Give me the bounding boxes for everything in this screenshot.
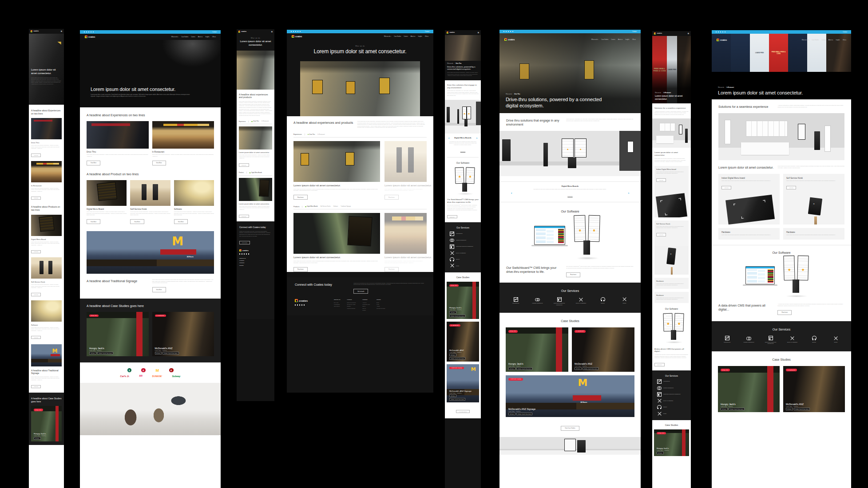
product-card-hardware[interactable]: Hardware Lorem ipsum dolor sit amet cons… bbox=[654, 292, 689, 303]
read-more-button[interactable]: Read more bbox=[777, 310, 792, 315]
coates-logo[interactable]: coates bbox=[447, 31, 455, 33]
read-more-button[interactable]: Read more bbox=[384, 267, 399, 272]
products-carousel[interactable]: Lorem ipsum dolor sit amet consectetur. … bbox=[293, 213, 427, 272]
case-study-card[interactable]: Drive Thru Hungry Jack'sClient Name / In… bbox=[506, 327, 568, 372]
youtube-icon[interactable] bbox=[512, 31, 513, 32]
carousel-next-icon[interactable]: › bbox=[628, 192, 629, 195]
youtube-icon[interactable] bbox=[248, 253, 249, 254]
twitter-icon[interactable] bbox=[510, 31, 511, 32]
case-study-card[interactable]: Drive Thru Hungry Jack's Client Name / I… bbox=[31, 406, 62, 441]
artboard-desktop-drive-thru[interactable]: Contact coates What we do▾ Case Studies … bbox=[499, 30, 641, 488]
view-more-button[interactable]: View More bbox=[174, 219, 188, 224]
artboard-mobile-home[interactable]: coates ≡ Lorem ipsum dolor sit amet cons… bbox=[29, 29, 64, 488]
coates-logo[interactable]: coates bbox=[85, 35, 95, 38]
artboard-mobile-in-restaurant[interactable]: coates ≡ FREE SMALL FRIES & COKE LOADED … bbox=[652, 31, 691, 488]
nav-case-studies[interactable]: Case Studies bbox=[812, 39, 819, 41]
read-more-button[interactable]: Read more bbox=[566, 272, 580, 277]
tab-in-restaurant[interactable]: In Restaurant bbox=[317, 134, 325, 135]
product-card-hardware[interactable]: Hardware Lorem ipsum dolor sit amet cons… bbox=[783, 228, 844, 240]
get-in-touch-button[interactable]: Get in touch bbox=[239, 241, 250, 244]
nav-insights[interactable]: Insights bbox=[418, 36, 422, 37]
nav-offices[interactable]: Offices bbox=[212, 36, 216, 38]
view-more-button[interactable]: View More bbox=[87, 219, 100, 224]
linkedin-icon[interactable] bbox=[291, 31, 292, 32]
artboard-desktop-what-we-do[interactable]: Contact coates What we do▾ Case Studies … bbox=[287, 30, 433, 393]
breadcrumb[interactable]: What we do/In Restaurant bbox=[718, 87, 849, 88]
coates-logo[interactable]: coates bbox=[31, 30, 39, 32]
hamburger-icon[interactable]: ≡ bbox=[61, 30, 62, 33]
coates-logo[interactable]: coates bbox=[654, 32, 662, 34]
product-card-indoor-menu-board[interactable]: Indoor Digital Menu board Lorem ipsum do… bbox=[654, 166, 689, 217]
instagram-icon[interactable] bbox=[242, 253, 242, 254]
view-more-button[interactable]: View More bbox=[31, 250, 41, 254]
tab-self-service-kiosks[interactable]: Self-Service Kiosks bbox=[320, 206, 330, 207]
nav-offices[interactable]: Offices bbox=[843, 39, 846, 41]
twitter-icon[interactable] bbox=[246, 253, 247, 254]
tab-software[interactable]: Software bbox=[333, 206, 338, 207]
product-card-hardware[interactable]: Hardware Lorem ipsum dolor sit amet cons… bbox=[718, 228, 780, 240]
case-study-card[interactable]: Drive Thru Hungry Jack'sClient Name / In… bbox=[718, 366, 780, 412]
footer-link[interactable]: Traditional Signage bbox=[347, 307, 356, 309]
nav-about-us[interactable]: About us bbox=[618, 39, 623, 40]
hamburger-icon[interactable]: ≡ bbox=[478, 31, 479, 34]
read-more-link[interactable]: Read more bbox=[460, 151, 465, 152]
nav-what-we-do[interactable]: What we do▾ bbox=[171, 36, 178, 38]
nav-about-us[interactable]: About us bbox=[411, 36, 416, 37]
nav-insights[interactable]: Insights bbox=[205, 36, 209, 38]
view-case-studies-button[interactable]: View Case Studies bbox=[456, 410, 469, 413]
case-study-card[interactable]: Drive Thru Hungry Jack'sClient Name / In… bbox=[87, 312, 149, 356]
youtube-icon[interactable] bbox=[300, 31, 301, 32]
youtube-icon[interactable] bbox=[304, 304, 305, 305]
twitter-icon[interactable] bbox=[301, 304, 302, 305]
read-more-button[interactable]: Read more bbox=[239, 163, 249, 167]
view-more-button[interactable]: View More bbox=[87, 161, 100, 165]
footer-link[interactable]: Case Studies bbox=[334, 305, 341, 307]
linkedin-icon[interactable] bbox=[716, 31, 717, 32]
experience-card-drive-thru[interactable]: Drive Thru Lorem ipsum dolor sit amet co… bbox=[87, 121, 149, 165]
view-more-button[interactable]: View More bbox=[31, 197, 41, 200]
case-study-card-wide[interactable]: M 24 Hours Traditional Signage McDonald'… bbox=[506, 375, 634, 417]
view-more-button[interactable]: View More bbox=[152, 287, 166, 292]
read-more-button[interactable]: Read more bbox=[447, 215, 457, 219]
nav-careers[interactable]: Careers bbox=[191, 36, 195, 38]
breadcrumb[interactable]: What we do/Drive Thru bbox=[506, 94, 638, 95]
coates-logo[interactable]: coates bbox=[238, 31, 246, 32]
carousel-prev-icon[interactable]: ‹ bbox=[448, 137, 449, 140]
breadcrumb[interactable]: What we do/In Restaurant bbox=[655, 92, 689, 94]
view-more-button[interactable]: View More bbox=[31, 293, 41, 296]
view-more-button[interactable]: View More bbox=[152, 161, 166, 165]
coates-logo[interactable]: coates bbox=[292, 35, 302, 38]
nav-case-studies[interactable]: Case Studies bbox=[394, 36, 401, 37]
nav-insights[interactable]: Insights bbox=[625, 39, 629, 40]
instagram-icon[interactable] bbox=[506, 31, 507, 32]
nav-careers[interactable]: Careers bbox=[611, 39, 615, 40]
view-more-button[interactable]: View More bbox=[31, 385, 41, 389]
tab-in-restaurant[interactable]: In Restaurant bbox=[262, 121, 269, 122]
coates-logo[interactable]: coates bbox=[504, 38, 515, 41]
nav-what-we-do[interactable]: What we do▾ bbox=[384, 36, 391, 37]
view-more-button[interactable]: View More bbox=[31, 336, 41, 339]
case-study-card[interactable]: In Restaurant McDonald's ANZClient Name … bbox=[447, 322, 479, 362]
product-card-self-service-kiosk[interactable]: Self Service Kiosk Lorem ipsum dolor sit… bbox=[654, 220, 689, 275]
instagram-icon[interactable] bbox=[297, 304, 298, 305]
product-card-digital-menu-board[interactable]: Digital Menu Board Lorem ipsum dolor sit… bbox=[87, 180, 127, 224]
carousel-slide-peek[interactable]: Lorem ipsum dolor sit amet consectetur. … bbox=[384, 141, 427, 200]
read-more-button[interactable]: Read more bbox=[293, 195, 308, 200]
product-card-self-service-kiosk[interactable]: Self Service Kiosk Lorem ipsum dolor sit… bbox=[783, 174, 844, 224]
twitter-icon[interactable] bbox=[297, 31, 298, 32]
facebook-icon[interactable] bbox=[508, 31, 509, 32]
case-study-card[interactable]: Drive Thru Hungry Jack'sClient Name / In… bbox=[447, 282, 479, 319]
carousel-slide[interactable]: Lorem ipsum dolor sit amet consectetur. … bbox=[293, 141, 380, 200]
nav-careers[interactable]: Careers bbox=[404, 36, 408, 37]
view-more-button[interactable]: View More bbox=[31, 153, 41, 157]
linkedin-icon[interactable] bbox=[295, 304, 296, 305]
twitter-icon[interactable] bbox=[722, 31, 723, 32]
contact-link[interactable]: Contact bbox=[632, 31, 637, 32]
instagram-icon[interactable] bbox=[718, 31, 719, 32]
read-more-link[interactable]: Read more bbox=[567, 196, 572, 197]
breadcrumb[interactable]: What we do/Drive Thru bbox=[447, 63, 479, 64]
get-in-touch-button[interactable]: Get in touch bbox=[353, 289, 368, 294]
footer-link[interactable]: Thought Leadership bbox=[377, 307, 385, 309]
coates-logo[interactable]: coates bbox=[295, 299, 327, 302]
nav-case-studies[interactable]: Case Studies bbox=[181, 36, 188, 38]
